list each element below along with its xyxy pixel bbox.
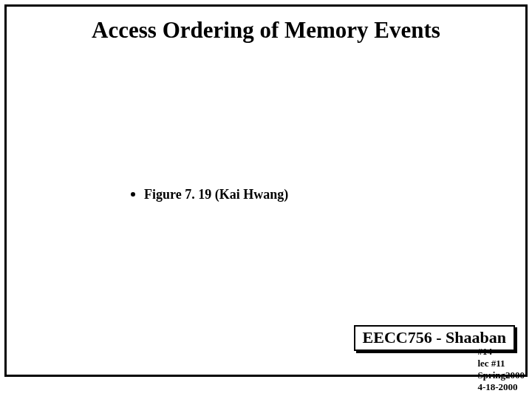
slide-title: Access Ordering of Memory Events bbox=[7, 17, 525, 44]
bullet-item: Figure 7. 19 (Kai Hwang) bbox=[131, 187, 288, 202]
bullet-icon bbox=[131, 192, 135, 197]
footer-page: #14 bbox=[477, 346, 492, 357]
footer-term: Spring2000 bbox=[477, 369, 525, 381]
slide-frame: Access Ordering of Memory Events Figure … bbox=[4, 4, 528, 377]
footer-meta: #14 lec #11 Spring2000 4-18-2000 bbox=[468, 334, 525, 393]
bullet-text: Figure 7. 19 (Kai Hwang) bbox=[144, 187, 288, 202]
footer-date: 4-18-2000 bbox=[477, 381, 517, 392]
footer-lec: lec #11 bbox=[477, 358, 505, 369]
